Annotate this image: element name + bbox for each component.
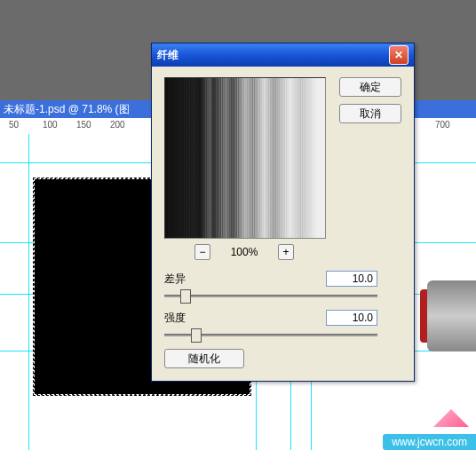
canvas-object-cylinder (427, 280, 476, 351)
fibers-dialog: 纤维 ✕ 确定 取消 − 100% + 差异 强度 (151, 43, 415, 382)
guide-vertical[interactable] (28, 134, 29, 450)
variance-label: 差异 (164, 272, 186, 287)
slider-thumb[interactable] (191, 328, 202, 343)
slider-track (164, 295, 377, 297)
close-button[interactable]: ✕ (389, 45, 409, 65)
ruler-tick: 700 (435, 120, 450, 130)
ruler-tick: 50 (9, 120, 19, 130)
ruler-tick: 150 (76, 120, 91, 130)
zoom-controls: − 100% + (164, 244, 324, 260)
zoom-percent-label: 100% (226, 246, 262, 258)
variance-slider[interactable] (164, 288, 377, 303)
strength-slider[interactable] (164, 328, 377, 342)
variance-row: 差异 (164, 271, 377, 287)
ruler-tick: 100 (43, 120, 58, 130)
strength-label: 强度 (164, 311, 186, 326)
randomize-button[interactable]: 随机化 (164, 349, 244, 368)
close-icon: ✕ (394, 43, 403, 67)
cancel-button[interactable]: 取消 (339, 104, 401, 123)
strength-row: 强度 (164, 310, 377, 326)
variance-input[interactable] (326, 271, 377, 287)
dialog-titlebar[interactable]: 纤维 ✕ (152, 43, 414, 67)
ok-button[interactable]: 确定 (339, 77, 401, 97)
document-title-text: 未标题-1.psd @ 71.8% (图 (4, 103, 130, 115)
watermark-url: www.jcwcn.com (383, 434, 476, 450)
randomize-row: 随机化 (164, 349, 401, 368)
dialog-side-buttons: 确定 取消 (339, 77, 401, 123)
ruler-tick: 200 (110, 120, 125, 130)
zoom-in-button[interactable]: + (278, 244, 294, 260)
fibers-preview[interactable] (164, 77, 326, 239)
slider-thumb[interactable] (180, 289, 191, 304)
dialog-body: 确定 取消 − 100% + 差异 强度 随机化 (152, 67, 414, 381)
dialog-title: 纤维 (157, 43, 178, 67)
strength-input[interactable] (326, 310, 377, 326)
zoom-out-button[interactable]: − (194, 244, 210, 260)
wing-logo-icon (433, 409, 469, 427)
